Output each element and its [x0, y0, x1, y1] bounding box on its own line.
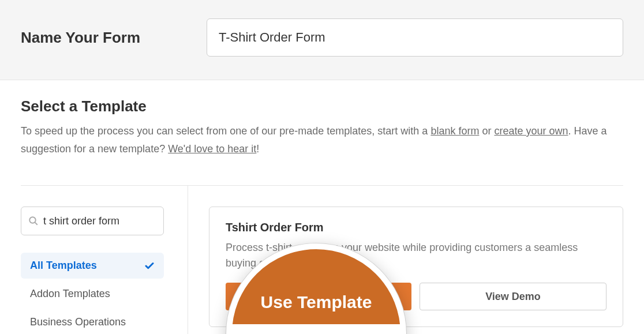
magnifier-label: Use Template: [261, 292, 372, 334]
template-description-text: To speed up the process you can select f…: [21, 122, 623, 157]
search-icon: [28, 216, 39, 226]
category-label: All Templates: [30, 260, 97, 272]
select-template-heading: Select a Template: [21, 97, 623, 115]
view-demo-button[interactable]: View Demo: [420, 283, 606, 310]
blank-form-link[interactable]: blank form: [430, 125, 479, 137]
suggestion-link[interactable]: We'd love to hear it: [168, 143, 256, 155]
desc-text: !: [256, 143, 259, 155]
category-business-operations[interactable]: Business Operations: [21, 309, 164, 334]
desc-text: or: [479, 125, 494, 137]
category-addon-templates[interactable]: Addon Templates: [21, 281, 164, 307]
category-label: Business Operations: [30, 316, 126, 328]
template-sidebar: All Templates Addon Templates Business O…: [21, 186, 188, 334]
form-name-input[interactable]: [207, 18, 623, 57]
template-search-input[interactable]: [43, 215, 156, 227]
svg-line-1: [35, 223, 38, 225]
category-list: All Templates Addon Templates Business O…: [21, 253, 176, 334]
search-wrapper[interactable]: [21, 207, 164, 235]
template-card-title: Tshirt Order Form: [226, 221, 606, 234]
desc-text: To speed up the process you can select f…: [21, 125, 430, 137]
name-your-form-label: Name Your Form: [21, 29, 207, 47]
category-label: Addon Templates: [30, 288, 110, 300]
check-icon: [144, 261, 155, 271]
svg-point-0: [29, 217, 36, 223]
name-form-section: Name Your Form: [0, 0, 644, 80]
create-your-own-link[interactable]: create your own: [494, 125, 568, 137]
category-all-templates[interactable]: All Templates: [21, 253, 164, 279]
